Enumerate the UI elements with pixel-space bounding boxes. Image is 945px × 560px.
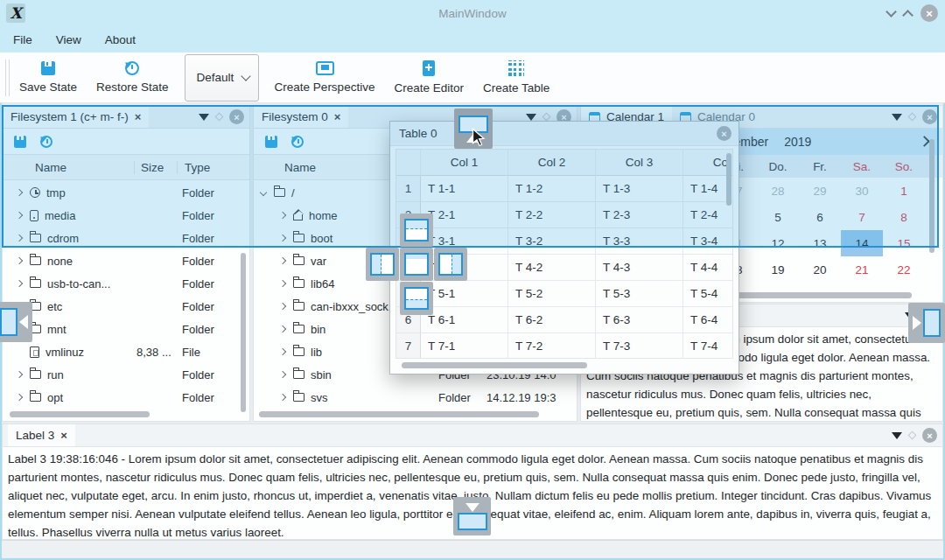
calendar-day[interactable]: 7	[841, 204, 883, 230]
calendar-day[interactable]: 8	[883, 204, 925, 230]
tree-row[interactable]: mediaFolder	[3, 204, 249, 227]
float-icon[interactable]	[215, 113, 224, 122]
table-cell[interactable]: T 5-4	[683, 281, 733, 307]
tree-row[interactable]: mntFolder	[3, 318, 249, 340]
column-name[interactable]: Name	[254, 161, 316, 174]
tree-row[interactable]: noneFolder	[3, 249, 249, 272]
expander-icon[interactable]	[16, 257, 23, 264]
expander-icon[interactable]	[279, 348, 286, 355]
dock-indicator-center[interactable]	[400, 248, 433, 281]
tree-row[interactable]: svsFolder14.12.19 19:3	[254, 386, 577, 409]
close-window-icon[interactable]	[920, 4, 938, 22]
next-month-icon[interactable]	[919, 136, 930, 147]
tree-row[interactable]: etcFolder	[3, 295, 249, 318]
vertical-scrollbar[interactable]	[241, 253, 246, 412]
perspective-select[interactable]: Default	[185, 54, 259, 102]
calendar-day[interactable]: 15	[883, 230, 925, 256]
expander-icon[interactable]	[16, 234, 23, 242]
calendar-day[interactable]: 30	[841, 178, 883, 204]
table-cell[interactable]: T 7-3	[596, 333, 683, 359]
dock-indicator-left-edge[interactable]	[0, 302, 32, 342]
table-column-header[interactable]: Col 1	[421, 150, 508, 176]
minimize-icon[interactable]	[886, 6, 897, 18]
table-cell[interactable]: T 2-4	[683, 202, 733, 228]
dock-indicator-right-edge[interactable]	[908, 303, 945, 343]
close-panel-icon[interactable]	[922, 428, 937, 443]
tab-label-3[interactable]: Label 3	[8, 424, 75, 446]
expander-icon[interactable]	[279, 234, 286, 242]
create-table-button[interactable]: Create Table	[473, 60, 559, 94]
expander-icon[interactable]	[279, 394, 286, 401]
save-icon[interactable]	[265, 136, 277, 148]
table-cell[interactable]: T 2-3	[596, 202, 683, 228]
expander-icon[interactable]	[16, 212, 23, 219]
table-cell[interactable]: T 5-2	[508, 281, 596, 307]
table-cell[interactable]: T 6-2	[508, 307, 596, 333]
close-panel-icon[interactable]	[922, 109, 937, 124]
close-window-icon[interactable]	[717, 126, 732, 141]
expander-icon[interactable]	[16, 371, 23, 378]
expander-icon[interactable]	[16, 189, 23, 196]
expander-icon[interactable]	[279, 303, 286, 310]
table-cell[interactable]: T 1-3	[596, 176, 683, 202]
tab-filesystem-1[interactable]: Filesystem 1 (c+ m- f-)	[3, 106, 149, 128]
table-cell[interactable]: T 4-3	[596, 255, 683, 281]
table-cell[interactable]: T 6-4	[683, 307, 733, 333]
float-icon[interactable]	[908, 113, 917, 122]
float-icon[interactable]	[908, 431, 917, 440]
expander-icon[interactable]	[279, 212, 286, 219]
table-cell[interactable]: T 2-1	[421, 202, 508, 228]
calendar-day[interactable]: 6	[799, 204, 841, 230]
tree-row[interactable]: usb-to-can...Folder	[3, 272, 249, 295]
horizontal-scrollbar[interactable]	[10, 411, 150, 417]
maximize-icon[interactable]	[902, 10, 914, 21]
menu-arrow-icon[interactable]	[526, 114, 536, 121]
row-number[interactable]: 1	[396, 176, 421, 202]
calendar-day[interactable]: 14	[841, 230, 883, 256]
table-cell[interactable]: T 3-3	[596, 228, 683, 255]
calendar-day[interactable]: 21	[841, 256, 883, 283]
dock-indicator-split-bottom[interactable]	[400, 282, 433, 315]
tree-row[interactable]: runFolder	[3, 363, 249, 386]
table-cell[interactable]: T 6-1	[421, 307, 508, 333]
table-cell[interactable]: T 1-2	[508, 176, 596, 202]
table-column-header[interactable]: Col 3	[596, 150, 683, 176]
table-cell[interactable]: T 3-2	[508, 228, 596, 255]
table-cell[interactable]: T 3-4	[683, 228, 733, 255]
table-cell[interactable]: T 4-4	[683, 255, 733, 281]
calendar-day[interactable]: 28	[757, 178, 799, 204]
menu-arrow-icon[interactable]	[892, 114, 902, 121]
table-cell[interactable]: T 6-3	[596, 307, 683, 333]
vertical-scrollbar[interactable]	[726, 153, 732, 206]
dock-indicator-split-left[interactable]	[366, 248, 399, 281]
expander-icon[interactable]	[16, 394, 23, 401]
calendar-day[interactable]: 5	[757, 204, 799, 230]
save-icon[interactable]	[14, 136, 26, 148]
horizontal-scrollbar[interactable]	[402, 362, 587, 368]
table-cell[interactable]: T 7-4	[683, 333, 733, 359]
column-size[interactable]: Size	[134, 161, 177, 174]
menu-file[interactable]: File	[13, 33, 32, 46]
tree-row[interactable]: cdromFolder	[3, 227, 249, 249]
calendar-year[interactable]: 2019	[784, 135, 811, 149]
calendar-day[interactable]: 22	[883, 256, 925, 283]
expander-icon[interactable]	[279, 280, 286, 287]
table-cell[interactable]: T 5-1	[421, 281, 508, 307]
table-cell[interactable]: T 4-2	[508, 255, 596, 281]
calendar-day[interactable]: 20	[799, 256, 841, 283]
calendar-day[interactable]: 1	[883, 178, 925, 204]
table-column-header[interactable]: Col 2	[508, 150, 596, 176]
create-perspective-button[interactable]: Create Perspective	[265, 61, 385, 94]
menu-view[interactable]: View	[56, 33, 81, 46]
vertical-scrollbar[interactable]	[929, 139, 934, 253]
tab-close-icon[interactable]	[135, 110, 142, 123]
create-editor-button[interactable]: Create Editor	[384, 60, 473, 94]
tree-row[interactable]: tmpFolder	[3, 181, 249, 204]
table-cell[interactable]: T 7-2	[508, 333, 596, 359]
expander-icon[interactable]	[279, 257, 286, 264]
close-panel-icon[interactable]	[229, 109, 244, 124]
menu-arrow-icon[interactable]	[892, 432, 902, 439]
calendar-day[interactable]: 29	[799, 178, 841, 204]
horizontal-scrollbar[interactable]	[259, 411, 539, 417]
tab-filesystem-0[interactable]: Filesystem 0	[254, 106, 348, 128]
